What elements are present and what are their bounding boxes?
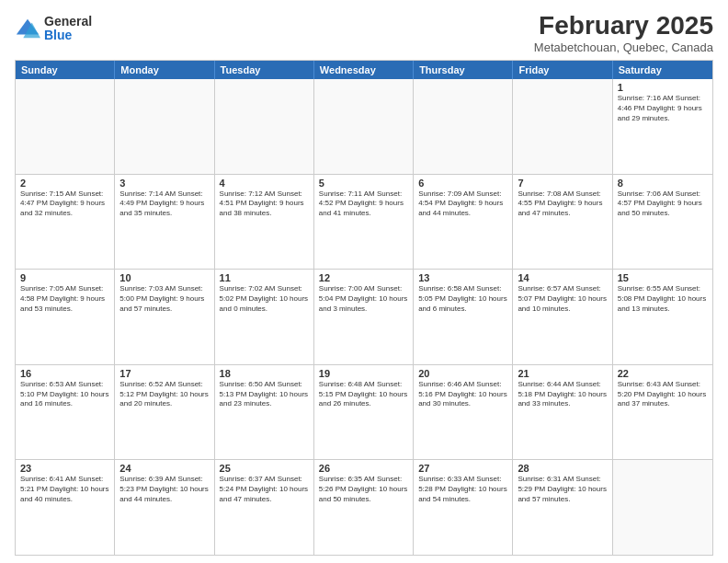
- day-info: Sunrise: 6:50 AM Sunset: 5:13 PM Dayligh…: [220, 380, 309, 409]
- day-number: 13: [418, 272, 507, 283]
- day-cell-5: 5Sunrise: 7:11 AM Sunset: 4:52 PM Daylig…: [314, 175, 414, 270]
- day-cell-2: 2Sunrise: 7:15 AM Sunset: 4:47 PM Daylig…: [16, 175, 115, 270]
- day-info: Sunrise: 7:06 AM Sunset: 4:57 PM Dayligh…: [618, 190, 708, 219]
- day-cell-14: 14Sunrise: 6:57 AM Sunset: 5:07 PM Dayli…: [513, 270, 612, 364]
- day-info: Sunrise: 7:16 AM Sunset: 4:46 PM Dayligh…: [618, 94, 708, 123]
- day-info: Sunrise: 7:03 AM Sunset: 5:00 PM Dayligh…: [119, 284, 209, 314]
- day-info: Sunrise: 6:55 AM Sunset: 5:08 PM Dayligh…: [618, 284, 708, 314]
- calendar-row-0: 1Sunrise: 7:16 AM Sunset: 4:46 PM Daylig…: [16, 79, 712, 175]
- logo-blue-text: Blue: [44, 29, 92, 42]
- day-number: 6: [418, 178, 507, 189]
- calendar-row-4: 23Sunrise: 6:41 AM Sunset: 5:21 PM Dayli…: [16, 460, 712, 555]
- day-cell-21: 21Sunrise: 6:44 AM Sunset: 5:18 PM Dayli…: [513, 365, 612, 460]
- day-info: Sunrise: 6:53 AM Sunset: 5:10 PM Dayligh…: [20, 380, 109, 409]
- day-number: 18: [220, 368, 309, 379]
- day-number: 2: [20, 178, 109, 189]
- day-cell-8: 8Sunrise: 7:06 AM Sunset: 4:57 PM Daylig…: [613, 175, 712, 270]
- day-info: Sunrise: 6:43 AM Sunset: 5:20 PM Dayligh…: [618, 380, 708, 409]
- day-number: 28: [518, 463, 607, 474]
- day-info: Sunrise: 6:57 AM Sunset: 5:07 PM Dayligh…: [518, 284, 607, 314]
- day-number: 24: [119, 463, 209, 474]
- calendar-body: 1Sunrise: 7:16 AM Sunset: 4:46 PM Daylig…: [16, 79, 712, 555]
- logo-text: General Blue: [44, 15, 92, 43]
- header-day-wednesday: Wednesday: [314, 61, 414, 79]
- logo-general-text: General: [44, 15, 92, 29]
- day-number: 16: [20, 368, 109, 379]
- day-cell-7: 7Sunrise: 7:08 AM Sunset: 4:55 PM Daylig…: [513, 175, 612, 270]
- day-number: 23: [20, 463, 109, 474]
- day-cell-3: 3Sunrise: 7:14 AM Sunset: 4:49 PM Daylig…: [115, 175, 214, 270]
- day-info: Sunrise: 6:37 AM Sunset: 5:24 PM Dayligh…: [220, 475, 309, 504]
- day-cell-23: 23Sunrise: 6:41 AM Sunset: 5:21 PM Dayli…: [16, 460, 115, 555]
- day-cell-11: 11Sunrise: 7:02 AM Sunset: 5:02 PM Dayli…: [215, 270, 314, 364]
- day-cell-10: 10Sunrise: 7:03 AM Sunset: 5:00 PM Dayli…: [115, 270, 214, 364]
- day-number: 22: [618, 368, 708, 379]
- day-info: Sunrise: 7:12 AM Sunset: 4:51 PM Dayligh…: [220, 190, 309, 219]
- day-info: Sunrise: 6:35 AM Sunset: 5:26 PM Dayligh…: [319, 475, 408, 504]
- day-info: Sunrise: 6:39 AM Sunset: 5:23 PM Dayligh…: [119, 475, 209, 504]
- day-number: 3: [119, 178, 209, 189]
- day-info: Sunrise: 7:14 AM Sunset: 4:49 PM Dayligh…: [119, 190, 209, 219]
- day-number: 15: [618, 272, 708, 283]
- header-day-friday: Friday: [513, 61, 612, 79]
- day-cell-empty: [16, 79, 115, 174]
- day-info: Sunrise: 7:11 AM Sunset: 4:52 PM Dayligh…: [319, 190, 408, 219]
- day-info: Sunrise: 6:52 AM Sunset: 5:12 PM Dayligh…: [119, 380, 209, 409]
- header-day-saturday: Saturday: [613, 61, 712, 79]
- day-info: Sunrise: 6:41 AM Sunset: 5:21 PM Dayligh…: [20, 475, 109, 504]
- day-cell-13: 13Sunrise: 6:58 AM Sunset: 5:05 PM Dayli…: [414, 270, 513, 364]
- day-number: 8: [618, 178, 708, 189]
- day-info: Sunrise: 7:09 AM Sunset: 4:54 PM Dayligh…: [418, 190, 507, 219]
- day-info: Sunrise: 7:02 AM Sunset: 5:02 PM Dayligh…: [220, 284, 309, 314]
- day-cell-1: 1Sunrise: 7:16 AM Sunset: 4:46 PM Daylig…: [613, 79, 712, 174]
- day-number: 10: [119, 272, 209, 283]
- header-day-thursday: Thursday: [414, 61, 513, 79]
- day-cell-18: 18Sunrise: 6:50 AM Sunset: 5:13 PM Dayli…: [215, 365, 314, 460]
- day-info: Sunrise: 6:58 AM Sunset: 5:05 PM Dayligh…: [418, 284, 507, 314]
- day-number: 27: [418, 463, 507, 474]
- day-number: 20: [418, 368, 507, 379]
- header-day-tuesday: Tuesday: [215, 61, 314, 79]
- day-number: 5: [319, 178, 408, 189]
- day-cell-empty: [513, 79, 612, 174]
- header: General Blue February 2025 Metabetchouan…: [15, 11, 713, 54]
- day-number: 14: [518, 272, 607, 283]
- day-cell-empty: [215, 79, 314, 174]
- day-cell-28: 28Sunrise: 6:31 AM Sunset: 5:29 PM Dayli…: [513, 460, 612, 555]
- day-info: Sunrise: 6:44 AM Sunset: 5:18 PM Dayligh…: [518, 380, 607, 409]
- day-info: Sunrise: 7:08 AM Sunset: 4:55 PM Dayligh…: [518, 190, 607, 219]
- day-cell-empty: [115, 79, 214, 174]
- day-cell-24: 24Sunrise: 6:39 AM Sunset: 5:23 PM Dayli…: [115, 460, 214, 555]
- day-cell-20: 20Sunrise: 6:46 AM Sunset: 5:16 PM Dayli…: [414, 365, 513, 460]
- month-year: February 2025: [534, 11, 713, 40]
- day-number: 26: [319, 463, 408, 474]
- day-info: Sunrise: 6:33 AM Sunset: 5:28 PM Dayligh…: [418, 475, 507, 504]
- day-info: Sunrise: 7:15 AM Sunset: 4:47 PM Dayligh…: [20, 190, 109, 219]
- day-cell-27: 27Sunrise: 6:33 AM Sunset: 5:28 PM Dayli…: [414, 460, 513, 555]
- day-cell-16: 16Sunrise: 6:53 AM Sunset: 5:10 PM Dayli…: [16, 365, 115, 460]
- day-cell-4: 4Sunrise: 7:12 AM Sunset: 4:51 PM Daylig…: [215, 175, 314, 270]
- page: General Blue February 2025 Metabetchouan…: [0, 0, 728, 563]
- logo-icon: [15, 16, 40, 41]
- day-number: 12: [319, 272, 408, 283]
- day-number: 11: [220, 272, 309, 283]
- day-number: 4: [220, 178, 309, 189]
- day-info: Sunrise: 6:31 AM Sunset: 5:29 PM Dayligh…: [518, 475, 607, 504]
- day-cell-19: 19Sunrise: 6:48 AM Sunset: 5:15 PM Dayli…: [314, 365, 414, 460]
- day-cell-empty: [613, 460, 712, 555]
- day-cell-empty: [314, 79, 414, 174]
- day-info: Sunrise: 7:05 AM Sunset: 4:58 PM Dayligh…: [20, 284, 109, 314]
- day-cell-25: 25Sunrise: 6:37 AM Sunset: 5:24 PM Dayli…: [215, 460, 314, 555]
- day-cell-15: 15Sunrise: 6:55 AM Sunset: 5:08 PM Dayli…: [613, 270, 712, 364]
- calendar: SundayMondayTuesdayWednesdayThursdayFrid…: [15, 60, 713, 556]
- day-cell-26: 26Sunrise: 6:35 AM Sunset: 5:26 PM Dayli…: [314, 460, 414, 555]
- day-number: 21: [518, 368, 607, 379]
- title-block: February 2025 Metabetchouan, Quebec, Can…: [534, 11, 713, 54]
- day-info: Sunrise: 7:00 AM Sunset: 5:04 PM Dayligh…: [319, 284, 408, 314]
- day-number: 1: [618, 82, 708, 93]
- header-day-sunday: Sunday: [16, 61, 115, 79]
- day-info: Sunrise: 6:48 AM Sunset: 5:15 PM Dayligh…: [319, 380, 408, 409]
- day-cell-empty: [414, 79, 513, 174]
- day-number: 19: [319, 368, 408, 379]
- calendar-row-2: 9Sunrise: 7:05 AM Sunset: 4:58 PM Daylig…: [16, 270, 712, 365]
